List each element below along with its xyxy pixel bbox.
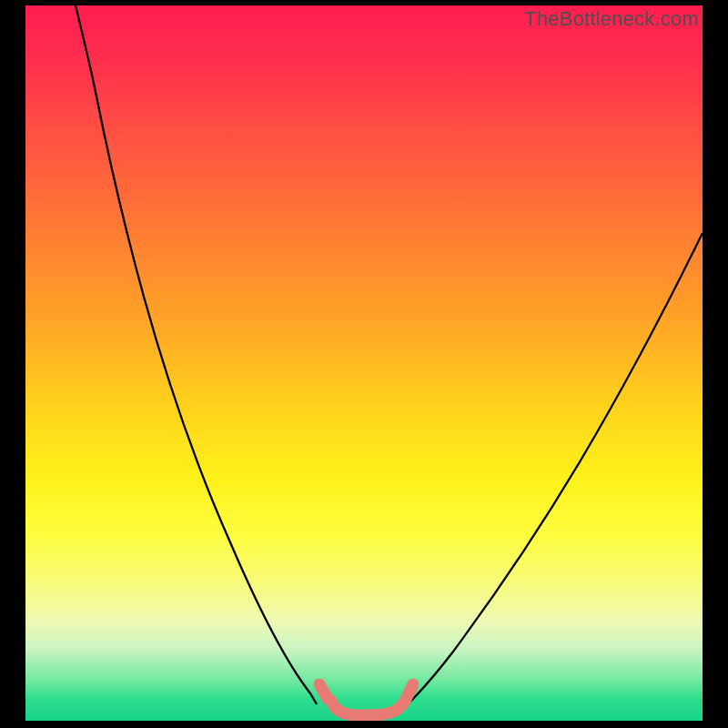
right-curve (408, 233, 703, 704)
curve-layer (25, 5, 703, 721)
chart-frame: TheBottleneck.com (0, 0, 728, 728)
bottom-marker (309, 679, 410, 713)
plot-area (25, 5, 703, 721)
watermark-text: TheBottleneck.com (524, 7, 699, 31)
svg-line-1 (410, 684, 413, 692)
svg-line-0 (319, 684, 328, 699)
left-curve (71, 5, 317, 704)
